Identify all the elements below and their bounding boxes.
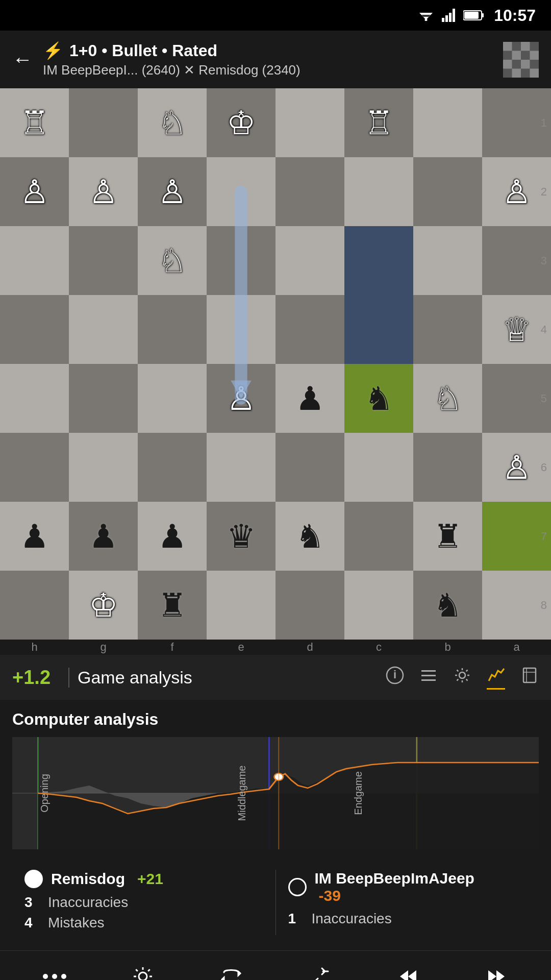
board-cell-r1-f4[interactable] [276,88,344,157]
board-cell-r6-f7[interactable]: ♙ [482,433,551,502]
board-cell-r5-f2[interactable] [138,364,207,433]
board-cell-r7-f5[interactable] [344,502,413,571]
board-cell-r8-f3[interactable] [207,571,276,640]
shrink-button[interactable] [299,956,340,981]
board-cell-r6-f1[interactable] [69,433,138,502]
board-cell-r4-f3[interactable] [207,295,276,364]
board-cell-r4-f1[interactable] [69,295,138,364]
board-cell-r2-f7[interactable]: ♙ [482,157,551,226]
board-cell-r7-f6[interactable]: ♜ [413,502,482,571]
piece-b-q: ♛ [227,520,256,553]
board-cell-r3-f1[interactable] [69,226,138,295]
board-cell-r2-f3[interactable] [207,157,276,226]
board-cell-r5-f1[interactable] [69,364,138,433]
board-cell-r2-f2[interactable]: ♙ [138,157,207,226]
board-cell-r5-f5[interactable]: ♞ [344,364,413,433]
board-cell-r8-f5[interactable] [344,571,413,640]
board-cell-r6-f6[interactable] [413,433,482,502]
board-cell-r7-f3[interactable]: ♛ [207,502,276,571]
board-cell-r7-f4[interactable]: ♞ [276,502,344,571]
board-cell-r8-f0[interactable] [0,571,69,640]
board-cell-r7-f2[interactable]: ♟ [138,502,207,571]
board-cell-r4-f5[interactable] [344,295,413,364]
book-icon-btn[interactable] [520,666,539,689]
board-cell-r6-f5[interactable] [344,433,413,502]
svg-rect-28 [523,668,536,682]
chess-logo-icon [503,42,539,78]
board-cell-r6-f2[interactable] [138,433,207,502]
list-icon-btn[interactable] [419,666,438,689]
board-cell-r1-f3[interactable]: ♔ [207,88,276,157]
board-cell-r2-f0[interactable]: ♙ [0,157,69,226]
board-cell-r6-f0[interactable] [0,433,69,502]
board-cell-r2-f5[interactable] [344,157,413,226]
settings-button[interactable] [122,956,163,981]
board-cell-r5-f4[interactable]: ♟ [276,364,344,433]
board-cell-r6-f4[interactable] [276,433,344,502]
board-cell-r2-f4[interactable] [276,157,344,226]
header: ← ⚡ 1+0 • Bullet • Rated IM BeepBeepI...… [0,31,551,88]
board-cell-r3-f2[interactable]: ♘ [138,226,207,295]
lightning-icon: ⚡ [43,41,63,60]
analysis-title: Game analysis [68,668,386,688]
board-cell-r3-f5[interactable] [344,226,413,295]
board-cell-r7-f7[interactable] [482,502,551,571]
board-cell-r2-f1[interactable]: ♙ [69,157,138,226]
fast-forward-button[interactable] [476,956,517,981]
board-cell-r3-f6[interactable] [413,226,482,295]
computer-analysis-section: Computer analysis [0,700,551,950]
board-cell-r7-f0[interactable]: ♟ [0,502,69,571]
status-icons [418,9,484,22]
svg-rect-19 [530,68,539,78]
board-cell-r8-f2[interactable]: ♜ [138,571,207,640]
board-cell-r5-f3[interactable]: ♙ [207,364,276,433]
board-cell-r2-f6[interactable] [413,157,482,226]
piece-w-q: ♕ [502,313,531,346]
board-cell-r8-f4[interactable] [276,571,344,640]
board-cell-r4-f4[interactable] [276,295,344,364]
board-cell-r6-f3[interactable] [207,433,276,502]
white-inaccuracies-row: 3 Inaccuracies [24,894,263,911]
board-cell-r3-f7[interactable] [482,226,551,295]
board-cell-r5-f7[interactable] [482,364,551,433]
board-cell-r5-f6[interactable]: ♘ [413,364,482,433]
board-cell-r5-f0[interactable] [0,364,69,433]
piece-w-n: ♘ [158,107,187,139]
info-icon-btn[interactable]: i [386,666,404,689]
board-cell-r3-f4[interactable] [276,226,344,295]
piece-w-p: ♙ [158,176,187,208]
board-cell-r4-f7[interactable]: ♕ [482,295,551,364]
chart-icon-btn[interactable] [487,666,505,690]
rewind-button[interactable] [388,956,429,981]
board-cell-r8-f1[interactable]: ♔ [69,571,138,640]
white-player-dot [24,870,43,888]
board-cell-r4-f2[interactable] [138,295,207,364]
board-cell-r8-f6[interactable]: ♞ [413,571,482,640]
chess-board[interactable]: ♖♘♔♖♙♙♙♙♘♕♙♟♞♘♙♟♟♟♛♞♜♔♜♞ [0,88,551,640]
svg-marker-44 [496,970,505,981]
analysis-chart[interactable]: Opening Middlegame Endgame [12,737,539,849]
back-button[interactable]: ← [12,48,33,71]
svg-rect-16 [503,60,512,69]
board-cell-r4-f6[interactable] [413,295,482,364]
flip-board-button[interactable] [211,956,252,981]
opening-label: Opening [39,774,51,813]
gear-icon-btn[interactable] [453,666,471,689]
black-player-score: -39 [319,887,341,904]
board-cell-r1-f7[interactable] [482,88,551,157]
piece-b-p: ♟ [158,520,187,553]
board-cell-r1-f5[interactable]: ♖ [344,88,413,157]
board-cell-r7-f1[interactable]: ♟ [69,502,138,571]
board-cell-r3-f3[interactable] [207,226,276,295]
white-player-header: Remisdog +21 [24,870,263,888]
board-cell-r1-f6[interactable] [413,88,482,157]
more-options-button[interactable] [34,956,75,981]
status-time: 10:57 [494,6,536,25]
board-cell-r1-f0[interactable]: ♖ [0,88,69,157]
board-cell-r1-f1[interactable] [69,88,138,157]
board-cell-r1-f2[interactable]: ♘ [138,88,207,157]
board-cell-r4-f0[interactable] [0,295,69,364]
board-cell-r3-f0[interactable] [0,226,69,295]
board-wrapper: ♖♘♔♖♙♙♙♙♘♕♙♟♞♘♙♟♟♟♛♞♜♔♜♞ 1 2 3 4 5 6 7 8… [0,88,551,655]
board-cell-r8-f7[interactable] [482,571,551,640]
